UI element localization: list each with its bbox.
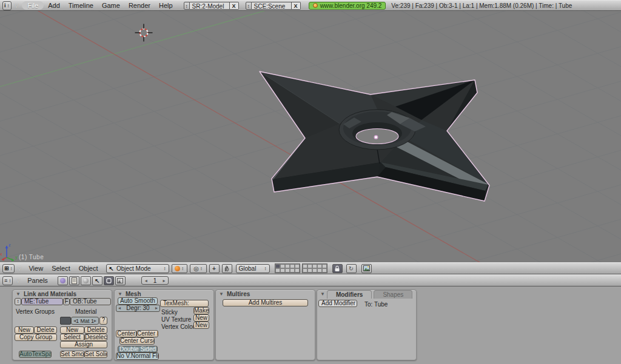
screen-name-field[interactable]: SR:2-Model (190, 2, 230, 10)
layer-cell[interactable] (303, 268, 307, 273)
shuriken-object[interactable] (260, 71, 489, 201)
material-delete-button[interactable]: Delete (84, 326, 107, 334)
viewport-3d[interactable]: x y z (1) Tube (0, 11, 621, 262)
menu-object[interactable]: Object (75, 265, 102, 272)
uv-texture-new-button[interactable]: New (193, 314, 209, 322)
layer-cell[interactable] (295, 264, 300, 268)
manipulator-hand-button[interactable] (222, 264, 232, 273)
scene-close-icon[interactable]: X (292, 2, 301, 10)
frame-left-icon[interactable]: ◂ (145, 278, 147, 283)
refresh-button[interactable]: ↻ (346, 264, 357, 273)
panel-collapse-icon[interactable]: ▼ (118, 291, 123, 297)
layer-cell[interactable] (285, 264, 290, 268)
material-index-stepper[interactable]: ◂ 1 Mat 1 ▸ (71, 317, 99, 325)
center-new-button[interactable]: Center Ne (136, 330, 158, 337)
frame-number-stepper[interactable]: ◂ 1 ▸ (141, 276, 169, 285)
stepper-left-icon[interactable]: ◂ (118, 305, 121, 311)
menu-timeline[interactable]: Timeline (64, 2, 98, 9)
material-help-button[interactable]: ? (99, 317, 107, 325)
double-sided-toggle[interactable]: Double Sided (118, 346, 158, 352)
object-context-button[interactable]: ↖ (92, 276, 102, 285)
panel-header[interactable]: ▼ Multires (216, 290, 315, 298)
layer-cell[interactable] (295, 268, 300, 273)
mesh-datablock-field[interactable]: ME:Tube (21, 298, 63, 305)
add-modifier-dropdown[interactable]: Add Modifier (318, 300, 357, 307)
layer-cell[interactable] (317, 268, 322, 273)
scene-browse-icon[interactable]: ↕ (246, 2, 252, 10)
transform-widget-button[interactable]: + (209, 264, 220, 273)
menu-add[interactable]: Add (44, 2, 64, 9)
screen-browse-icon[interactable]: ↕ (184, 2, 190, 10)
fake-user-button[interactable]: F (63, 298, 70, 305)
copy-group-button[interactable]: Copy Group (15, 334, 57, 341)
material-assign-button[interactable]: Assign (60, 341, 107, 348)
frame-right-icon[interactable]: ▸ (163, 278, 165, 283)
menu-select[interactable]: Select (47, 265, 75, 272)
auto-smooth-toggle[interactable]: Auto Smooth (118, 297, 158, 305)
layer-cell[interactable] (303, 264, 307, 268)
menu-help[interactable]: Help (155, 2, 177, 9)
material-select-button[interactable]: Select (60, 334, 84, 341)
layer-cell[interactable] (290, 264, 295, 268)
lock-button[interactable] (332, 264, 343, 273)
vgroup-new-button[interactable]: New (15, 326, 34, 334)
material-color-swatch[interactable] (60, 317, 71, 325)
layer-cell[interactable] (312, 264, 317, 268)
panel-header[interactable]: ▼ Link and Materials (13, 290, 112, 298)
tab-shapes[interactable]: Shapes (374, 290, 412, 299)
layer-cell[interactable] (275, 268, 280, 273)
menu-render[interactable]: Render (124, 2, 155, 9)
orientation-dropdown[interactable]: Global ↕ (236, 264, 270, 273)
vgroup-delete-button[interactable]: Delete (34, 326, 57, 334)
mesh-browse-button[interactable]: ↕ (15, 298, 21, 305)
scene-context-button[interactable] (115, 276, 126, 285)
set-smooth-button[interactable]: Set Smoot (60, 351, 84, 358)
layer-cell[interactable] (280, 264, 285, 268)
material-new-button[interactable]: New (60, 326, 84, 334)
layer-cell[interactable] (312, 268, 317, 273)
stepper-right-icon[interactable]: ▸ (94, 318, 96, 324)
menu-file[interactable]: File (22, 1, 44, 10)
screen-close-icon[interactable]: X (230, 2, 239, 10)
panel-collapse-icon[interactable]: ▼ (219, 291, 224, 297)
center-button[interactable]: Center (116, 330, 136, 337)
editing-context-button[interactable] (104, 276, 114, 285)
viewport-canvas[interactable]: x y z (0, 11, 621, 262)
vertex-color-new-button[interactable]: New (193, 322, 209, 329)
layer-cell[interactable] (322, 264, 327, 268)
collapse-triangle-icon[interactable]: ▽ (15, 2, 19, 8)
center-cursor-button[interactable]: Center Cursor (119, 337, 155, 345)
menu-view[interactable]: View (24, 265, 47, 272)
layer-cell[interactable] (307, 268, 312, 273)
no-vnormal-flip-toggle[interactable]: No V.Normal Flip (116, 352, 159, 360)
editor-type-button[interactable]: i ↕ (2, 1, 12, 10)
layer-cell[interactable] (290, 268, 295, 273)
pivot-dropdown[interactable]: ◎ ↕ (190, 264, 207, 273)
render-window-button[interactable] (361, 264, 372, 273)
script-context-button[interactable] (69, 276, 79, 285)
layer-cell[interactable] (285, 268, 290, 273)
buttons-editor-type-button[interactable]: ≡ ↕ (2, 276, 13, 285)
mode-dropdown[interactable]: ↖ Object Mode ↕ (106, 264, 169, 273)
layer-cell[interactable] (322, 268, 327, 273)
sticky-make-button[interactable]: Make (193, 307, 209, 314)
draw-type-dropdown[interactable]: ↕ (172, 264, 187, 273)
logic-context-button[interactable] (58, 276, 68, 285)
texmesh-field[interactable]: TexMesh: (160, 300, 209, 307)
collapse-triangle-icon[interactable]: ▽ (18, 265, 22, 271)
collapse-triangle-icon[interactable]: ▽ (16, 277, 20, 283)
panel-header[interactable]: ▼ Modifiers Shapes (317, 290, 416, 298)
panel-collapse-icon[interactable]: ▼ (320, 291, 325, 297)
shading-context-button[interactable] (81, 276, 91, 285)
material-deselect-button[interactable]: Deselect (84, 334, 107, 341)
autotexspace-toggle[interactable]: AutoTexSpace (19, 351, 52, 358)
tab-modifiers[interactable]: Modifiers (327, 290, 372, 299)
layer-cell[interactable] (307, 264, 312, 268)
set-solid-button[interactable]: Set Solid (84, 351, 107, 358)
viewport-editor-type-button[interactable]: ⊞ ↕ (2, 264, 15, 273)
layer-cell[interactable] (280, 268, 285, 273)
add-multires-button[interactable]: Add Multires (223, 299, 308, 306)
menu-game[interactable]: Game (98, 2, 124, 9)
panel-collapse-icon[interactable]: ▼ (16, 291, 21, 297)
degr-stepper[interactable]: ◂ Degr: 30 ▸ (116, 305, 160, 312)
